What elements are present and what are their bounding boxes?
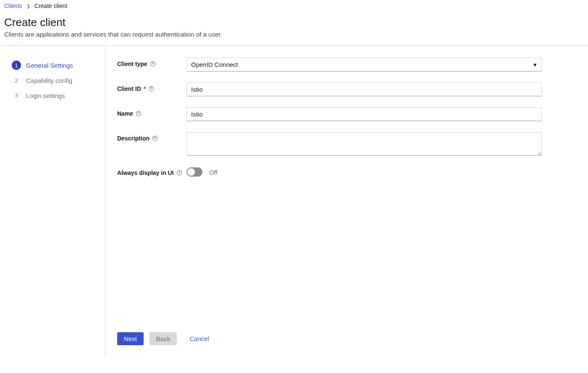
help-icon[interactable] — [150, 61, 156, 67]
label-text: Client type — [117, 61, 147, 67]
breadcrumb-current: Create client — [34, 3, 68, 9]
label-client-type: Client type — [117, 58, 186, 67]
wizard-step-label: Capability config — [26, 77, 72, 84]
field-name: Name — [117, 107, 542, 121]
field-always-display: Always display in UI Off — [117, 167, 542, 177]
wizard-nav: 1 General Settings 2 Capability config 3… — [0, 46, 105, 357]
page-header: Create client Clients are applications a… — [0, 10, 588, 45]
wizard: 1 General Settings 2 Capability config 3… — [0, 46, 588, 357]
help-icon[interactable] — [152, 135, 158, 141]
field-client-type: Client type OpenID Connect ▾ — [117, 58, 542, 71]
switch-always-display[interactable] — [186, 167, 202, 177]
breadcrumb: Clients ❯ Create client — [0, 0, 588, 10]
page-subtitle: Clients are applications and services th… — [4, 31, 584, 38]
wizard-step-general-settings[interactable]: 1 General Settings — [12, 58, 105, 73]
form-area: Client type OpenID Connect ▾ Client ID * — [117, 58, 542, 324]
field-client-id: Client ID * — [117, 82, 542, 96]
textarea-description[interactable] — [186, 132, 542, 156]
select-client-type[interactable]: OpenID Connect — [186, 58, 542, 71]
wizard-step-num: 3 — [12, 91, 21, 100]
breadcrumb-link-clients[interactable]: Clients — [4, 3, 22, 9]
wizard-step-label: General Settings — [26, 62, 73, 69]
wizard-step-login-settings[interactable]: 3 Login settings — [12, 88, 105, 103]
help-icon[interactable] — [136, 111, 142, 116]
wizard-step-label: Login settings — [26, 92, 65, 99]
input-client-id[interactable] — [186, 82, 542, 96]
input-name[interactable] — [186, 107, 542, 121]
wizard-footer: Next Back Cancel — [117, 324, 542, 345]
svg-point-7 — [155, 139, 155, 140]
field-description: Description — [117, 132, 542, 156]
svg-point-5 — [139, 114, 139, 115]
svg-point-9 — [179, 174, 179, 174]
wizard-step-num: 2 — [12, 76, 21, 85]
help-icon[interactable] — [148, 86, 154, 92]
back-button[interactable]: Back — [150, 332, 177, 345]
help-icon[interactable] — [176, 170, 182, 176]
switch-state-label: Off — [209, 169, 218, 176]
select-client-type-wrap: OpenID Connect ▾ — [186, 58, 542, 71]
label-description: Description — [117, 132, 186, 142]
label-client-id: Client ID * — [117, 82, 186, 92]
label-always-display: Always display in UI — [117, 167, 186, 176]
label-name: Name — [117, 107, 186, 117]
label-text: Description — [117, 135, 150, 142]
wizard-step-capability-config[interactable]: 2 Capability config — [12, 73, 105, 88]
next-button[interactable]: Next — [117, 332, 144, 345]
required-indicator: * — [144, 85, 146, 92]
svg-point-3 — [151, 90, 152, 90]
label-text: Client ID — [117, 85, 141, 92]
switch-row: Off — [186, 167, 542, 177]
label-text: Name — [117, 110, 133, 117]
wizard-main: Client type OpenID Connect ▾ Client ID * — [105, 46, 588, 357]
wizard-step-num: 1 — [12, 61, 21, 70]
label-text: Always display in UI — [117, 169, 174, 176]
chevron-right-icon: ❯ — [26, 4, 30, 8]
cancel-button[interactable]: Cancel — [183, 332, 216, 345]
page-title: Create client — [4, 16, 584, 29]
svg-point-1 — [152, 65, 153, 65]
